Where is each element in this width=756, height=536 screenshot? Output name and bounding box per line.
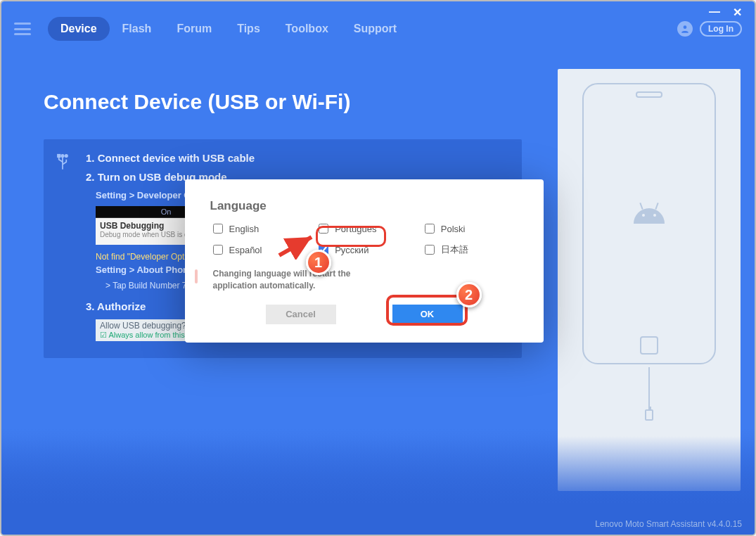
lang-polski[interactable]: Polski bbox=[422, 222, 518, 236]
phone-outline bbox=[582, 83, 716, 364]
dialog-title: Language bbox=[210, 199, 518, 213]
user-icon[interactable] bbox=[677, 21, 693, 37]
nav-flash[interactable]: Flash bbox=[110, 17, 165, 41]
top-bar: Device Flash Forum Tips Toolbox Support … bbox=[1, 1, 755, 41]
lang-espanol[interactable]: Español bbox=[210, 243, 307, 257]
language-options: English Português Polski Español Русский… bbox=[210, 222, 518, 257]
language-dialog: Language English Português Polski Españo… bbox=[185, 179, 544, 343]
lang-russian[interactable]: Русский bbox=[316, 243, 412, 257]
svg-point-3 bbox=[65, 155, 68, 158]
usb-plug-icon bbox=[645, 409, 653, 421]
header-right: Log In bbox=[677, 21, 742, 37]
nav-support[interactable]: Support bbox=[341, 17, 409, 41]
svg-point-0 bbox=[684, 25, 687, 29]
app-window: — ✕ Device Flash Forum Tips Toolbox Supp… bbox=[1, 1, 755, 535]
svg-point-1 bbox=[61, 155, 64, 158]
cable-icon bbox=[648, 367, 650, 409]
phone-preview bbox=[558, 69, 741, 491]
close-button[interactable]: ✕ bbox=[733, 6, 742, 19]
lang-portugues[interactable]: Português bbox=[316, 222, 412, 236]
lang-english[interactable]: English bbox=[210, 222, 307, 236]
step-1: 1. Connect device with USB cable bbox=[86, 152, 505, 164]
nav-forum[interactable]: Forum bbox=[164, 17, 224, 41]
ok-button[interactable]: OK bbox=[392, 305, 463, 324]
window-controls: — ✕ bbox=[696, 1, 755, 23]
nav-device[interactable]: Device bbox=[48, 17, 110, 41]
nav-toolbox[interactable]: Toolbox bbox=[273, 17, 341, 41]
restart-warning: Changing language will restart theapplic… bbox=[210, 268, 518, 292]
cancel-button[interactable]: Cancel bbox=[266, 305, 336, 324]
usb-icon bbox=[55, 153, 70, 177]
minimize-button[interactable]: — bbox=[709, 6, 720, 18]
version-footer: Lenovo Moto Smart Assistant v4.4.0.15 bbox=[595, 519, 742, 529]
android-icon bbox=[634, 208, 665, 239]
dialog-actions: Cancel OK bbox=[210, 305, 518, 324]
nav-tips[interactable]: Tips bbox=[224, 17, 273, 41]
svg-rect-2 bbox=[58, 155, 60, 158]
menu-icon[interactable] bbox=[14, 23, 31, 35]
main-nav: Device Flash Forum Tips Toolbox Support bbox=[48, 17, 409, 41]
login-button[interactable]: Log In bbox=[700, 21, 742, 37]
lang-japanese[interactable]: 日本語 bbox=[422, 243, 518, 257]
page-title: Connect Device (USB or Wi-Fi) bbox=[44, 90, 544, 114]
